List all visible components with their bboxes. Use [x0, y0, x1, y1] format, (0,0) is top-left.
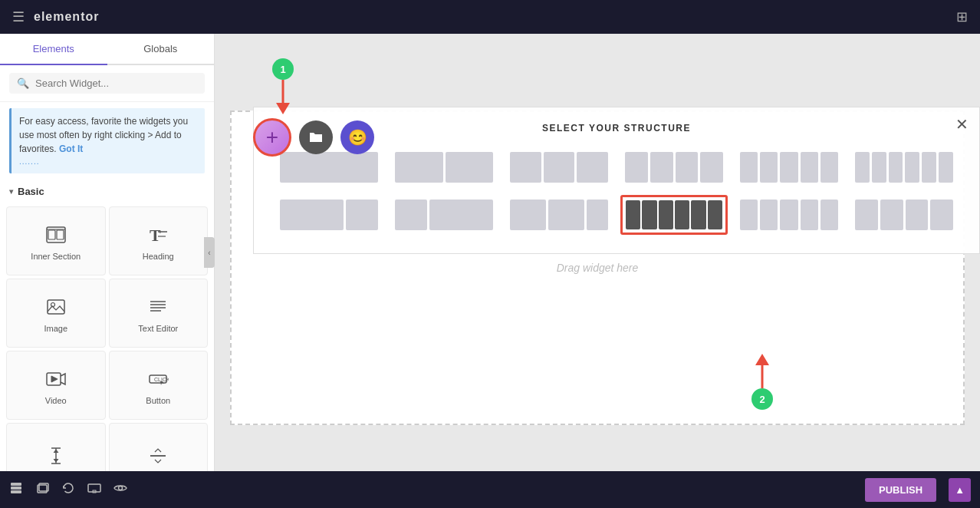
history-icon[interactable]	[61, 481, 75, 498]
templates-button[interactable]	[299, 120, 333, 154]
spacer-icon	[45, 445, 67, 467]
app-title: elementor	[34, 10, 99, 24]
widget-button[interactable]: CLICK Button	[109, 351, 209, 420]
widget-inner-section[interactable]: Inner Section	[6, 206, 106, 275]
svg-rect-2	[57, 230, 64, 239]
structure-option-5col[interactable]	[735, 147, 843, 187]
structure-row-1	[275, 147, 958, 187]
main-layout: Elements Globals 🔍 For easy access, favo…	[0, 34, 980, 471]
widget-image[interactable]: Image	[6, 279, 106, 348]
inner-section-icon	[45, 224, 67, 246]
info-box: For easy access, favorite the widgets yo…	[9, 108, 205, 173]
chevron-down-icon: ▾	[9, 187, 13, 196]
heading-icon: T	[147, 224, 169, 246]
search-bar: 🔍	[0, 65, 214, 102]
hamburger-icon[interactable]: ☰	[12, 8, 25, 25]
structure-option-6col-selected[interactable]	[620, 195, 728, 235]
structure-option-2col[interactable]	[390, 147, 498, 187]
heading-label: Heading	[143, 252, 174, 261]
widget-heading[interactable]: T Heading	[109, 206, 209, 275]
basic-section-heading[interactable]: ▾ Basic	[0, 180, 214, 203]
inner-section-label: Inner Section	[31, 252, 81, 261]
pages-icon[interactable]	[35, 481, 49, 498]
close-structure-button[interactable]: ✕	[955, 115, 968, 134]
video-icon	[45, 368, 67, 390]
button-label: Button	[146, 396, 170, 405]
emoji-icon: 😊	[348, 128, 367, 147]
divider-icon	[147, 445, 169, 467]
image-icon	[45, 296, 67, 318]
structure-option-4col-equal[interactable]	[850, 195, 958, 235]
bottom-toolbar: PUBLISH ▲	[0, 471, 980, 508]
widget-spacer[interactable]	[6, 423, 106, 471]
info-dots: .......	[19, 156, 197, 167]
widget-divider[interactable]	[109, 423, 209, 471]
structure-option-4col[interactable]	[620, 147, 728, 187]
svg-rect-7	[48, 300, 64, 314]
layers-icon[interactable]	[9, 481, 23, 498]
theme-builder-button[interactable]: 😊	[340, 120, 374, 154]
responsive-icon[interactable]	[87, 481, 101, 498]
collapse-handle[interactable]: ‹	[204, 237, 215, 268]
tab-elements[interactable]: Elements	[0, 34, 107, 65]
canvas-area: 1 + 😊 Drag wid	[215, 34, 980, 471]
text-editor-icon	[147, 296, 169, 318]
search-input[interactable]	[35, 78, 197, 89]
svg-rect-1	[48, 230, 55, 239]
video-label: Video	[45, 396, 67, 405]
sidebar: Elements Globals 🔍 For easy access, favo…	[0, 34, 215, 471]
preview-icon[interactable]	[113, 481, 127, 498]
svg-rect-25	[11, 483, 21, 486]
info-text: For easy access, favorite the widgets yo…	[19, 116, 188, 154]
folder-icon	[308, 130, 324, 145]
structure-option-2-1[interactable]	[275, 195, 383, 235]
got-it-link[interactable]: Got It	[59, 143, 83, 154]
annotation-badge-1: 1	[272, 58, 294, 80]
svg-point-32	[119, 487, 123, 490]
svg-rect-26	[11, 487, 21, 490]
tab-globals[interactable]: Globals	[107, 34, 215, 64]
structure-title: SELECT YOUR STRUCTURE	[275, 123, 958, 134]
structure-row-2	[275, 195, 958, 235]
search-icon: 🔍	[17, 78, 29, 89]
widget-text-editor[interactable]: Text Editor	[109, 279, 209, 348]
sidebar-tabs: Elements Globals	[0, 34, 214, 65]
image-label: Image	[44, 324, 67, 333]
top-bar: ☰ elementor ⊞	[0, 0, 980, 34]
drop-zone-label: Drag widget here	[557, 262, 639, 274]
basic-section-label: Basic	[18, 186, 44, 197]
grid-icon[interactable]: ⊞	[956, 8, 968, 25]
add-element-button[interactable]: +	[253, 118, 291, 157]
publish-button[interactable]: PUBLISH	[865, 478, 936, 502]
svg-marker-14	[51, 376, 58, 382]
structure-option-3col[interactable]	[505, 147, 613, 187]
structure-option-1-1-2[interactable]	[505, 195, 613, 235]
svg-point-8	[51, 303, 54, 307]
publish-expand-button[interactable]: ▲	[949, 478, 971, 502]
svg-rect-27	[11, 490, 21, 493]
top-bar-left: ☰ elementor	[12, 8, 99, 25]
text-editor-label: Text Editor	[138, 324, 178, 333]
structure-option-6col[interactable]	[850, 147, 958, 187]
structure-option-5col-wide[interactable]	[735, 195, 843, 235]
button-icon: CLICK	[147, 368, 169, 390]
svg-text:T: T	[150, 226, 161, 245]
widget-grid: Inner Section T Heading	[0, 203, 214, 471]
structure-option-1-2[interactable]	[390, 195, 498, 235]
search-input-wrap: 🔍	[9, 73, 205, 94]
svg-text:CLICK: CLICK	[154, 377, 169, 382]
widget-video[interactable]: Video	[6, 351, 106, 420]
